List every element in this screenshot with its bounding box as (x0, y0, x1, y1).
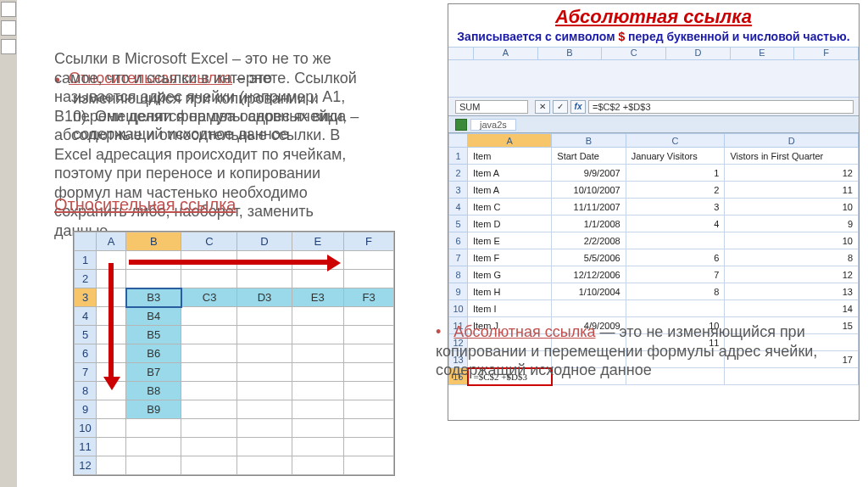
col-header: D (725, 134, 859, 148)
cell-f3: F3 (344, 288, 394, 307)
col-header: C (181, 232, 237, 251)
cell[interactable]: 12/12/2006 (552, 266, 626, 283)
cell[interactable]: 1/1/2008 (552, 216, 626, 232)
cell-b9: B9 (126, 400, 181, 419)
col-header: A (97, 232, 126, 251)
cell[interactable]: 4 (626, 216, 725, 232)
col-header: E (292, 232, 344, 251)
row-header: 7 (449, 249, 468, 266)
relative-ref-grid: A B C D E F 1 2 3 B3 C3 D3 E3 F3 4B4 5B5… (74, 232, 394, 475)
intro-line: Excel адресация происходит по ячейкам, (54, 145, 402, 165)
cell-e3: E3 (292, 288, 344, 307)
fx-button[interactable]: fx (570, 100, 586, 114)
mini-corner (448, 48, 474, 59)
row-header: 9 (449, 283, 468, 300)
cell[interactable]: 1 (626, 165, 725, 182)
mini-col: F (794, 48, 859, 59)
cell[interactable]: 14 (725, 300, 859, 317)
absolute-ref-term: Абсолютная ссылка (453, 323, 595, 340)
abs-sub-post: перед буквенной и числовой частью. (625, 30, 849, 43)
col-header: F (344, 232, 394, 251)
cell[interactable]: 7 (626, 266, 725, 283)
intro-line: самое, что и ссылки в интернете. Ссылкой (54, 69, 402, 88)
cell-b3: B3 (126, 288, 181, 307)
cell[interactable]: 3 (626, 199, 725, 216)
formula-bar: SUM ✕ ✓ fx =$C$2 +$D$3 (448, 98, 859, 116)
cell[interactable]: Item C (468, 199, 552, 216)
cell[interactable]: 12 (725, 266, 859, 283)
bullet-dot-icon: • (436, 323, 441, 340)
cell[interactable] (626, 232, 725, 249)
cell-b8: B8 (126, 382, 181, 400)
formula-input[interactable]: =$C$2 +$D$3 (588, 100, 854, 114)
fx-icon: fx (575, 102, 582, 111)
cell-b6: B6 (126, 344, 181, 363)
cell[interactable]: 6 (626, 249, 725, 266)
cell[interactable]: 11 (725, 182, 859, 199)
relative-ref-figure: A B C D E F 1 2 3 B3 C3 D3 E3 F3 4B4 5B5… (73, 231, 395, 476)
cell[interactable]: 8 (626, 283, 725, 300)
cell-c3: C3 (181, 288, 237, 307)
cell[interactable]: 10/10/2007 (552, 182, 626, 199)
grid-corner (449, 134, 468, 148)
cell[interactable]: Item F (468, 249, 552, 266)
row-header: 2 (75, 270, 97, 288)
cell[interactable]: 9/9/2007 (552, 165, 626, 182)
cell[interactable]: Item H (468, 283, 552, 300)
ruler-square (1, 39, 16, 54)
row-header: 6 (449, 232, 468, 249)
cell[interactable]: Item E (468, 232, 552, 249)
row-header: 5 (75, 326, 97, 344)
row-header: 2 (449, 165, 468, 182)
cell[interactable]: 10 (725, 199, 859, 216)
cell-b4: B4 (126, 307, 181, 326)
cell[interactable]: 2 (626, 182, 725, 199)
cell[interactable]: 2/2/2008 (552, 232, 626, 249)
close-icon: ✕ (539, 102, 546, 111)
app-left-ruler (0, 0, 17, 487)
mini-col: E (731, 48, 795, 59)
cell[interactable]: Item A (468, 165, 552, 182)
mini-col: D (666, 48, 731, 59)
cell[interactable]: Item A (468, 182, 552, 199)
absolute-ref-definition: • Абсолютная ссылка — это не изменяющийс… (436, 322, 860, 380)
cell[interactable]: January Visitors (626, 148, 725, 165)
abs-sub-pre: Записывается с символом (457, 30, 618, 43)
name-box[interactable]: SUM (455, 100, 528, 114)
cell[interactable]: 9 (725, 216, 859, 232)
cell[interactable]: 13 (725, 283, 859, 300)
row-header: 8 (449, 266, 468, 283)
cell[interactable]: Item (468, 148, 552, 165)
cell[interactable] (552, 300, 626, 317)
cell[interactable]: 10 (725, 232, 859, 249)
cell[interactable]: 12 (725, 165, 859, 182)
cell[interactable]: Item G (468, 266, 552, 283)
cell[interactable]: Vistors in First Quarter (725, 148, 859, 165)
workbook-tab-row: java2s (448, 116, 859, 133)
cell[interactable] (626, 300, 725, 317)
row-header: 3 (449, 182, 468, 199)
col-header-selected: B (126, 232, 181, 251)
mini-col: B (538, 48, 603, 59)
intro-line: поэтому при переносе и копировании (54, 164, 402, 183)
col-header-selected: A (468, 134, 552, 148)
cell-b5: B5 (126, 326, 181, 344)
cell[interactable]: 1/10/2004 (552, 283, 626, 300)
cancel-button[interactable]: ✕ (535, 100, 550, 114)
workbook-tab[interactable]: java2s (470, 119, 516, 131)
ribbon-strip (448, 60, 859, 98)
cell[interactable]: 11/11/2007 (552, 199, 626, 216)
cell[interactable]: Item D (468, 216, 552, 232)
cell[interactable]: 8 (725, 249, 859, 266)
cell[interactable]: 5/5/2006 (552, 249, 626, 266)
intro-line: В10). Они делятся на два основных вида – (54, 107, 402, 126)
absolute-ref-subtitle: Записывается с символом $ перед буквенно… (457, 30, 850, 43)
enter-button[interactable]: ✓ (553, 100, 568, 114)
col-header: B (552, 134, 626, 148)
col-header: C (626, 134, 725, 148)
cell[interactable]: Item I (468, 300, 552, 317)
ruler-square (1, 20, 16, 36)
cell[interactable]: Start Date (552, 148, 626, 165)
mini-col: C (602, 48, 666, 59)
col-header: D (237, 232, 292, 251)
